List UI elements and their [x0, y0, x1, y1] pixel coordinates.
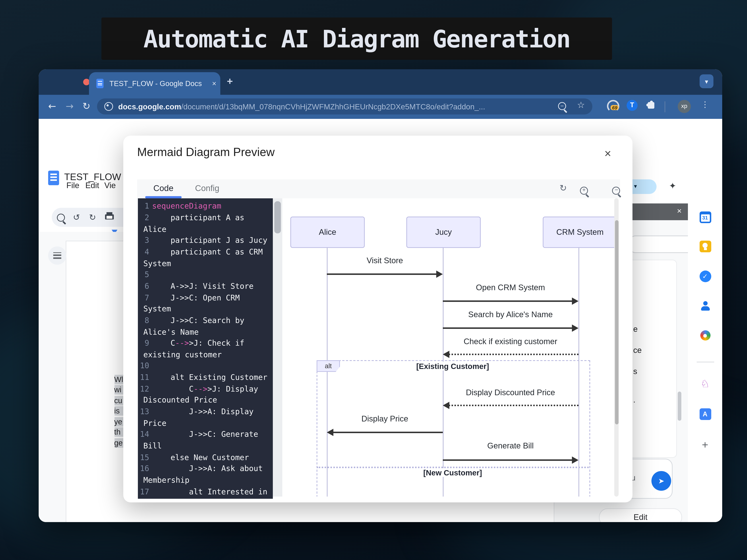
dialog-close-icon[interactable]: × — [604, 148, 611, 161]
message-arrow — [333, 432, 443, 433]
menu-edit[interactable]: Edit — [85, 181, 99, 189]
desktop: Automatic AI Diagram Generation TEST_FLO… — [0, 0, 747, 560]
zoom-out-icon[interactable]: − — [612, 187, 620, 195]
extension-badge: 69 — [611, 105, 619, 110]
code-line-number: 15 — [137, 452, 152, 463]
tasks-icon[interactable]: ✓ — [699, 270, 711, 282]
docs-app-icon[interactable] — [48, 170, 59, 185]
code-line-text: sequenceDiagram — [152, 201, 221, 212]
print-icon[interactable] — [105, 214, 114, 219]
participant-box: Jucy — [406, 217, 481, 248]
code-line-number: 1 — [137, 201, 152, 212]
reload-button[interactable]: ↻ — [82, 100, 91, 111]
code-line-text: participant J as Jucy — [152, 235, 267, 247]
code-line-text: alt Interested in — [152, 486, 267, 498]
extensions-puzzle-icon[interactable] — [648, 102, 654, 108]
url-path: /document/d/13bqMM_078nqnCVhHjZWFMZhhGHE… — [181, 102, 485, 111]
code-line-text: Alice — [143, 224, 166, 235]
add-addon-icon[interactable]: + — [702, 438, 708, 451]
forward-button[interactable]: → — [66, 100, 74, 111]
extension-arc-icon[interactable]: 69 — [607, 100, 619, 112]
message-label: Check if existing customer — [464, 337, 557, 346]
code-line: existing customer — [137, 349, 273, 361]
unicorn-addon-icon[interactable]: ♘ — [700, 378, 710, 390]
menu-file[interactable]: File — [67, 181, 79, 189]
refresh-icon[interactable]: ↻ — [560, 183, 567, 193]
code-line: 5 — [137, 269, 273, 281]
sidebar-close-icon[interactable]: × — [677, 206, 682, 215]
gemini-icon[interactable]: ✦ — [669, 181, 676, 191]
document-title[interactable]: TEST_FLOW — [64, 171, 121, 182]
tab-strip: TEST_FLOW - Google Docs × + ▾ — [38, 69, 722, 95]
site-settings-icon[interactable] — [104, 102, 113, 111]
code-line-text: System — [143, 303, 171, 315]
code-line-number: 14 — [137, 429, 152, 441]
keep-icon[interactable] — [699, 241, 711, 252]
code-line: Alice's Name — [137, 326, 273, 338]
tab-title: TEST_FLOW - Google Docs — [109, 79, 202, 87]
diagram-scrollbar[interactable] — [614, 199, 619, 497]
message-label: Display Price — [361, 414, 408, 423]
contacts-icon[interactable] — [699, 300, 711, 312]
browser-toolbar: ← → ↻ docs.google.com/document/d/13bqMM_… — [38, 95, 722, 118]
code-line: 6 A->>J: Visit Store — [137, 281, 273, 292]
tab-search-button[interactable]: ▾ — [700, 74, 714, 88]
tab-config[interactable]: Config — [191, 184, 223, 192]
code-line-number: 6 — [137, 281, 152, 292]
bookmark-star-icon[interactable]: ☆ — [577, 100, 585, 110]
redo-icon[interactable]: ↻ — [89, 212, 96, 222]
dialog-tabbar: Code Config ↻ + − — [137, 179, 620, 199]
message-arrowhead — [443, 402, 449, 409]
message-arrow — [443, 328, 572, 329]
message-label: Display Discounted Price — [466, 388, 555, 397]
rail-divider — [696, 362, 714, 363]
undo-icon[interactable]: ↺ — [73, 212, 80, 222]
menu-vie[interactable]: Vie — [104, 181, 116, 189]
message-label: Search by Alice's Name — [468, 310, 552, 319]
code-line-text: J->>A: Ask about — [152, 463, 263, 475]
code-line: Price — [137, 418, 273, 429]
edit-button[interactable]: Edit — [600, 509, 681, 522]
back-button[interactable]: ← — [48, 100, 56, 111]
share-caret-icon[interactable]: ▾ — [634, 183, 637, 190]
document-text-fragment: ge — [114, 438, 124, 447]
sidebar-text-fragment: . — [633, 395, 635, 404]
code-line-text: J->>C: Open CRM — [152, 292, 240, 303]
code-scrollbar[interactable] — [273, 199, 282, 497]
maps-icon[interactable] — [700, 330, 710, 341]
zoom-in-icon[interactable]: + — [580, 187, 588, 195]
code-line-text: Bill — [143, 441, 162, 452]
tab-close-icon[interactable]: × — [212, 79, 216, 87]
code-line-text: C-->>J: Display — [152, 383, 258, 395]
translate-icon[interactable]: A — [699, 408, 711, 420]
message-arrowhead — [436, 270, 443, 278]
docs-favicon — [96, 79, 104, 88]
code-editor[interactable]: 1sequenceDiagram2 participant A asAlice3… — [137, 199, 273, 499]
code-line-number: 10 — [137, 361, 152, 372]
code-line: 7 J->>C: Open CRM — [137, 292, 273, 303]
edit-label: Edit — [634, 512, 647, 521]
document-text-fragment: th — [114, 427, 124, 437]
zoom-out-page-icon[interactable]: − — [558, 102, 566, 110]
diagram-scrollbar-thumb[interactable] — [615, 220, 618, 425]
code-line-text: Discounted Price — [143, 395, 217, 406]
tab-code[interactable]: Code — [145, 184, 182, 192]
calendar-icon[interactable]: 31 — [699, 211, 711, 223]
sequence-diagram[interactable]: AliceJucyCRM SystemVisit StoreOpen CRM S… — [282, 199, 614, 497]
browser-menu-kebab-icon[interactable]: ⋮ — [701, 100, 709, 109]
sidebar-text-fragment: e — [633, 324, 638, 333]
code-scrollbar-thumb[interactable] — [274, 202, 281, 234]
address-bar[interactable]: docs.google.com/document/d/13bqMM_078nqn… — [97, 99, 592, 114]
document-text-fragment: cu — [114, 396, 124, 405]
sidebar-scrollbar[interactable] — [678, 391, 681, 420]
browser-tab[interactable]: TEST_FLOW - Google Docs × — [89, 72, 220, 95]
browser-profile-avatar[interactable]: xp — [678, 100, 691, 113]
code-line-text: J->>C: Generate — [152, 429, 258, 441]
code-line: Bill — [137, 441, 273, 452]
code-line-text: participant A as — [152, 212, 244, 224]
code-line-number: 4 — [137, 246, 152, 258]
close-window-button[interactable] — [83, 78, 90, 85]
new-tab-button[interactable]: + — [227, 75, 233, 87]
code-line: 12 C-->>J: Display — [137, 383, 273, 395]
extension-t-icon[interactable]: T — [627, 100, 638, 110]
